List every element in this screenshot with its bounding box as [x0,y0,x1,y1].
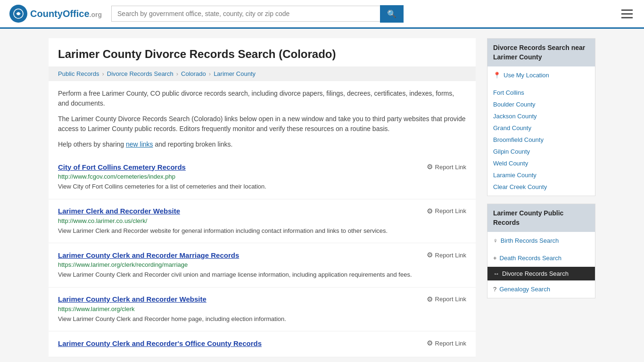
public-record-active-2[interactable]: ↔Divorce Records Search [487,267,595,280]
nearby-link-4[interactable]: Broomfield County [487,134,595,146]
pr-link-1[interactable]: Death Records Search [500,255,562,262]
public-records-header: Larimer County Public Records [487,204,595,232]
report-link-2[interactable]: ⚙ Report Link [427,251,466,259]
active-label-2: Divorce Records Search [502,270,569,277]
nearby-link-5[interactable]: Gilpin County [487,146,595,157]
nearby-link-label-6[interactable]: Weld County [493,160,528,167]
nearby-list: 📍 Use My Location [487,66,595,84]
result-desc-3: View Larimer County Clerk and Recorder h… [58,314,466,324]
nearby-section: Divorce Records Search near Larimer Coun… [487,38,595,196]
report-label-3: Report Link [435,296,466,303]
nearby-link-label-5[interactable]: Gilpin County [493,148,530,155]
nearby-link-7[interactable]: Laramie County [487,169,595,181]
public-records-section: Larimer County Public Records ♀Birth Rec… [487,204,595,298]
public-record-item-0[interactable]: ♀Birth Records Search [487,235,595,247]
result-url-3[interactable]: https://www.larimer.org/clerk [58,305,466,313]
result-title-1[interactable]: Larimer Clerk and Recorder Website [58,207,180,215]
report-link-3[interactable]: ⚙ Report Link [427,295,466,304]
nearby-link-label-7[interactable]: Laramie County [493,172,537,179]
result-header: City of Fort Collins Cemetery Records ⚙ … [58,163,466,171]
report-link-0[interactable]: ⚙ Report Link [427,163,466,171]
nearby-links-list: Fort CollinsBoulder CountyJackson County… [487,84,595,196]
result-title-3[interactable]: Larimer County Clerk and Recorder Websit… [58,295,206,303]
result-item: Larimer County Clerk and Recorder's Offi… [49,331,476,357]
result-item: Larimer Clerk and Recorder Website ⚙ Rep… [49,199,476,244]
main-wrapper: Larimer County Divorce Records Search (C… [39,29,605,362]
logo-icon [9,5,27,23]
result-url-1[interactable]: http://www.co.larimer.co.us/clerk/ [58,217,466,224]
nearby-link-1[interactable]: Boulder County [487,99,595,110]
report-link-4[interactable]: ⚙ Report Link [427,339,466,347]
desc-3-suffix: and reporting broken links. [153,140,233,148]
hamburger-line-3 [621,17,633,18]
report-icon-4: ⚙ [427,339,433,347]
result-header: Larimer Clerk and Recorder Website ⚙ Rep… [58,207,466,215]
location-icon: 📍 [493,72,501,79]
result-item: Larimer County Clerk and Recorder Marria… [49,243,476,288]
report-icon-2: ⚙ [427,251,433,259]
description-para-2: The Larimer County Divorce Records Searc… [58,114,466,134]
svg-point-1 [17,12,20,15]
result-item: Larimer County Clerk and Recorder Websit… [49,288,476,332]
nearby-link-label-2[interactable]: Jackson County [493,113,537,120]
hamburger-menu-button[interactable] [619,8,635,20]
active-icon-2: ↔ [493,270,499,277]
use-my-location-item[interactable]: 📍 Use My Location [487,69,595,81]
nearby-link-label-0[interactable]: Fort Collins [493,89,524,96]
report-icon-0: ⚙ [427,163,433,171]
report-label-2: Report Link [435,252,466,259]
site-header: CountyOffice.org 🔍 [0,0,644,29]
pr-icon-1: + [493,255,497,262]
report-link-1[interactable]: ⚙ Report Link [427,207,466,215]
result-header: Larimer County Clerk and Recorder's Offi… [58,339,466,347]
result-header: Larimer County Clerk and Recorder Websit… [58,295,466,304]
nearby-link-label-8[interactable]: Clear Creek County [493,183,547,190]
nearby-link-label-1[interactable]: Boulder County [493,101,536,108]
breadcrumb-colorado[interactable]: Colorado [181,70,206,77]
pr-icon-3: ? [493,286,496,293]
use-my-location-link[interactable]: Use My Location [504,72,549,79]
result-desc-0: View City of Fort Collins cemeteries for… [58,182,466,191]
pr-link-3[interactable]: Genealogy Search [499,286,550,293]
report-label-1: Report Link [435,207,466,214]
result-url-2[interactable]: https://www.larimer.org/clerk/recording/… [58,261,466,268]
hamburger-line-2 [621,13,633,15]
nearby-link-2[interactable]: Jackson County [487,110,595,122]
breadcrumb-larimer-county[interactable]: Larimer County [214,70,256,77]
search-input[interactable] [111,6,380,22]
report-label-0: Report Link [435,164,466,171]
breadcrumb-divorce-records-search[interactable]: Divorce Records Search [107,70,173,77]
new-links-link[interactable]: new links [126,140,153,148]
public-record-item-3[interactable]: ?Genealogy Search [487,283,595,295]
result-title-0[interactable]: City of Fort Collins Cemetery Records [58,163,186,171]
content-area: Larimer County Divorce Records Search (C… [49,38,476,357]
result-desc-1: View Larimer Clerk and Recorder website … [58,226,466,236]
breadcrumb-public-records[interactable]: Public Records [58,70,99,77]
search-area: 🔍 [111,5,404,23]
result-title-4[interactable]: Larimer County Clerk and Recorder's Offi… [58,339,262,347]
results-list: City of Fort Collins Cemetery Records ⚙ … [49,155,476,357]
description-para-3: Help others by sharing new links and rep… [58,140,466,149]
nearby-link-label-4[interactable]: Broomfield County [493,136,544,143]
public-record-item-1[interactable]: +Death Records Search [487,252,595,264]
nearby-link-6[interactable]: Weld County [487,157,595,169]
pr-icon-0: ♀ [493,237,498,244]
result-url-0[interactable]: http://www.fcgov.com/cemeteries/index.ph… [58,173,466,180]
nearby-link-label-3[interactable]: Grand County [493,124,531,132]
description-section: Perform a free Larimer County, CO public… [49,89,476,149]
breadcrumb: Public Records › Divorce Records Search … [49,66,476,81]
result-header: Larimer County Clerk and Recorder Marria… [58,251,466,259]
result-title-2[interactable]: Larimer County Clerk and Recorder Marria… [58,251,239,259]
result-item: City of Fort Collins Cemetery Records ⚙ … [49,155,476,199]
hamburger-line-1 [621,9,633,11]
logo-text: CountyOffice.org [30,8,102,19]
pr-link-0[interactable]: Birth Records Search [501,237,559,244]
nearby-link-8[interactable]: Clear Creek County [487,181,595,193]
desc-3-prefix: Help others by sharing [58,140,126,148]
nearby-link-3[interactable]: Grand County [487,122,595,134]
site-logo[interactable]: CountyOffice.org [9,5,102,23]
report-icon-3: ⚙ [427,295,433,304]
description-para-1: Perform a free Larimer County, CO public… [58,89,466,108]
search-button[interactable]: 🔍 [380,5,404,23]
nearby-link-0[interactable]: Fort Collins [487,87,595,99]
